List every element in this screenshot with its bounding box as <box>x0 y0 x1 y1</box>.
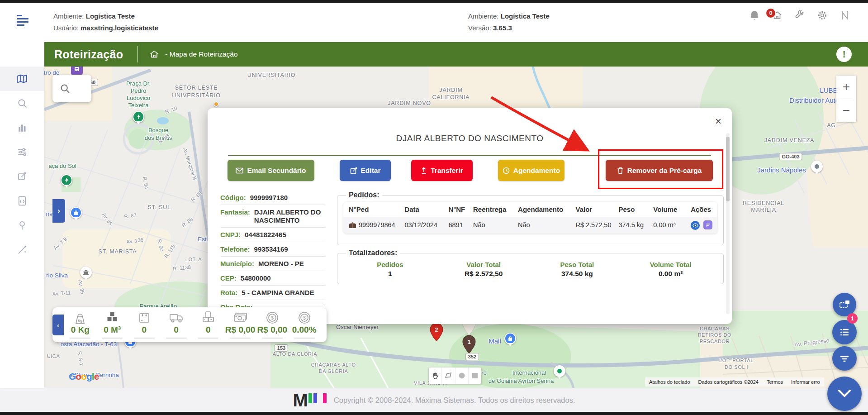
map-label: Est <box>198 236 207 243</box>
ambiente2-value: Logística Teste <box>501 12 550 20</box>
bell-icon[interactable] <box>749 10 760 21</box>
metro-marker-icon[interactable] <box>71 67 83 76</box>
map-label: Teixeira <box>128 102 149 109</box>
logo-bar-pink <box>323 393 327 403</box>
trash-icon <box>617 167 624 174</box>
agendamento-button[interactable]: Agendamento <box>498 160 564 181</box>
park-marker-icon[interactable] <box>61 174 72 186</box>
shopping-marker-icon[interactable] <box>70 207 82 219</box>
maxima-logo: M <box>293 393 326 407</box>
sidebar-item-pin[interactable] <box>0 213 44 238</box>
circle-tool[interactable] <box>455 367 469 384</box>
svg-text:$: $ <box>303 315 306 320</box>
stats-collapse-button[interactable]: ‹ <box>52 315 64 335</box>
map-label: Bosque <box>148 127 168 134</box>
sidebar-item-filters[interactable] <box>0 140 44 164</box>
window-bottom-bar <box>0 412 868 415</box>
park-marker-icon[interactable] <box>133 111 144 123</box>
detail-value: 04481822465 <box>245 231 286 239</box>
report-error-link[interactable]: Informar erro <box>787 379 824 385</box>
map-data-link[interactable]: Dados cartográficos ©2024 <box>694 379 763 385</box>
gear-icon[interactable] <box>816 10 828 21</box>
view-order-button[interactable] <box>691 221 700 230</box>
sidebar-item-tools[interactable] <box>0 238 44 262</box>
coin-icon: $ <box>296 311 313 324</box>
sidebar-item-map[interactable] <box>0 67 44 91</box>
sidebar-item-edit[interactable] <box>0 164 44 189</box>
fab-filter-button[interactable] <box>832 346 857 371</box>
detail-label: Rota: <box>220 289 237 297</box>
detail-value: MORENO - PE <box>258 260 304 268</box>
pedido-row[interactable]: 9999979864 03/12/2024 6891 Não Não R$ 2.… <box>343 217 717 234</box>
brand-n-icon[interactable] <box>839 10 851 21</box>
pan-hand-tool[interactable] <box>429 367 442 384</box>
env-version-block: Ambiente: Logística Teste Versão: 3.65.3 <box>468 10 550 34</box>
wrench-icon[interactable] <box>794 10 806 21</box>
breadcrumb-home-icon[interactable] <box>150 50 159 59</box>
sidebar-item-reports[interactable] <box>0 115 44 140</box>
stat-load: 0 <box>192 311 224 339</box>
menu-hamburger-icon[interactable] <box>17 15 32 27</box>
cubes-icon <box>104 311 121 324</box>
rectangle-tool[interactable] <box>469 367 481 384</box>
map-draw-toolbar <box>429 367 481 384</box>
code-document-icon <box>17 196 27 206</box>
window-top-bar <box>0 0 868 3</box>
remover-pre-carga-button[interactable]: Remover da Pré-carga <box>606 160 713 181</box>
place-marker-icon[interactable] <box>811 161 823 172</box>
bank-marker-icon[interactable] <box>80 267 92 278</box>
modal-scrollbar-thumb[interactable] <box>726 137 730 201</box>
selection-icon <box>839 300 850 310</box>
stat-value: 0 Kg <box>71 325 90 335</box>
fab-collapse-button[interactable] <box>827 377 862 411</box>
road-badge: GO-403 <box>779 153 802 160</box>
pedidos-table: N°Ped Data N°NF Reentrega Agendamento Va… <box>343 202 717 234</box>
ambiente2-label: Ambiente: <box>468 12 499 20</box>
alert-button[interactable]: ! <box>836 47 852 62</box>
panel-expand-button[interactable]: › <box>52 199 65 223</box>
breadcrumb: - Mapa de Roteirização <box>165 50 237 58</box>
map-label: UNIVERSITARIO <box>247 72 296 78</box>
close-icon[interactable]: × <box>712 115 724 127</box>
customer-modal: × DJAIR ALBERTO DO NASCIMENTO Email Secu… <box>208 108 732 324</box>
order-note-button[interactable] <box>703 220 712 229</box>
keyboard-shortcuts-link[interactable]: Atalhos do teclado <box>645 379 694 385</box>
totalizadores-fieldset: Totalizadores: Pedidos1 Valor TotalR$ 2.… <box>337 249 724 284</box>
ambiente-label: Ambiente: <box>53 12 84 20</box>
shopping-marker-icon[interactable] <box>504 333 516 344</box>
map-label: UNIVERSITÁRIO <box>172 92 221 99</box>
search-icon <box>17 98 27 108</box>
sidebar-item-search[interactable] <box>0 91 44 115</box>
logo-bar-green <box>308 393 312 403</box>
route-pin-1[interactable]: 1 <box>462 335 476 356</box>
header-icons <box>749 10 851 21</box>
detail-row: CEP:54800000 <box>220 271 325 286</box>
chat-icon <box>706 223 711 228</box>
transferir-button[interactable]: Transferir <box>411 160 473 181</box>
route-pin-2[interactable]: 2 <box>430 323 443 343</box>
terms-link[interactable]: Termos <box>763 379 787 385</box>
detail-value: 993534169 <box>254 245 288 253</box>
map-search-button[interactable] <box>52 75 91 102</box>
stat-value: 0 <box>142 325 147 335</box>
sidebar-item-scripts[interactable] <box>0 189 44 213</box>
detail-label: Município: <box>220 260 254 268</box>
zoom-out-button[interactable]: − <box>836 99 856 122</box>
cell-nped: 9999979864 <box>359 221 395 229</box>
map-label: rio Silva <box>46 272 68 279</box>
map-label: de Goiânia Ayrton Senna <box>489 377 554 384</box>
google-logo: Google <box>69 371 99 382</box>
cell-reentrega: Não <box>470 217 515 234</box>
col-nped: N°Ped <box>343 202 402 217</box>
pedidos-table-card: N°Ped Data N°NF Reentrega Agendamento Va… <box>343 202 717 234</box>
airport-marker-icon[interactable] <box>554 365 565 377</box>
polygon-tool[interactable] <box>442 367 455 384</box>
map-label: ro <box>481 369 487 376</box>
cell-volume: 0.00 m³ <box>650 217 688 234</box>
zoom-in-button[interactable]: + <box>836 76 856 99</box>
env-user-block: Ambiente: Logística Teste Usuário: maxst… <box>53 10 158 34</box>
editar-button[interactable]: Editar <box>340 160 391 181</box>
email-secundario-button[interactable]: Email Secundário <box>228 160 314 181</box>
fab-list-button[interactable] <box>832 320 857 344</box>
map-label: RESIDENCIAL <box>743 200 784 206</box>
